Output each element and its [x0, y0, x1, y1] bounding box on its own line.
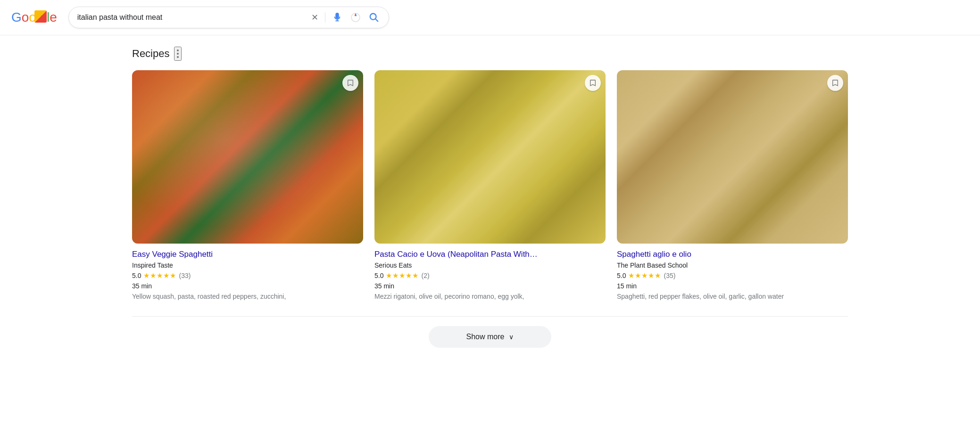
- main-content: Recipes Easy Veggie Spaghetti Inspired T…: [0, 35, 980, 374]
- header: G o o l e ✕: [0, 0, 980, 35]
- svg-point-3: [354, 16, 357, 19]
- recipe-time: 15 min: [617, 282, 848, 290]
- recipe-card[interactable]: Easy Veggie Spaghetti Inspired Taste 5.0…: [132, 70, 363, 301]
- recipe-source: The Plant Based School: [617, 261, 848, 269]
- section-divider: [132, 316, 848, 317]
- recipe-time: 35 min: [374, 282, 606, 290]
- recipe-source: Inspired Taste: [132, 261, 363, 269]
- logo-waffle-icon: [34, 10, 47, 23]
- save-recipe-button[interactable]: [342, 75, 358, 91]
- recipe-ingredients: Mezzi rigatoni, olive oil, pecorino roma…: [374, 292, 606, 302]
- voice-search-button[interactable]: [331, 11, 343, 24]
- recipes-header: Recipes: [132, 47, 848, 61]
- recipe-image-wrapper: [132, 70, 363, 244]
- dot-3: [177, 56, 179, 58]
- rating-count: (33): [179, 272, 191, 279]
- rating-count: (2): [421, 272, 429, 279]
- svg-line-5: [375, 19, 378, 21]
- recipes-more-options-button[interactable]: [174, 47, 182, 61]
- logo-letter-o1: o: [22, 10, 29, 25]
- lens-icon: [350, 12, 361, 23]
- show-more-button[interactable]: Show more ∨: [429, 326, 552, 348]
- recipe-image-wrapper: [374, 70, 606, 244]
- recipe-image: [617, 70, 848, 244]
- show-more-label: Show more: [466, 333, 505, 341]
- search-submit-button[interactable]: [368, 11, 380, 24]
- recipe-title[interactable]: Spaghetti aglio e olio: [617, 249, 848, 260]
- search-input[interactable]: [77, 13, 306, 22]
- recipe-title[interactable]: Pasta Cacio e Uova (Neapolitan Pasta Wit…: [374, 249, 606, 260]
- recipe-image: [374, 70, 606, 244]
- recipes-title: Recipes: [132, 48, 169, 60]
- recipe-card[interactable]: Spaghetti aglio e olio The Plant Based S…: [617, 70, 848, 301]
- star-icons: ★★★★★: [628, 271, 661, 280]
- recipe-card[interactable]: Pasta Cacio e Uova (Neapolitan Pasta Wit…: [374, 70, 606, 301]
- recipe-image: [132, 70, 363, 244]
- logo-letter-e: e: [50, 10, 57, 25]
- search-icons: ✕: [310, 11, 380, 24]
- recipe-title[interactable]: Easy Veggie Spaghetti: [132, 249, 363, 260]
- save-recipe-button[interactable]: [827, 75, 843, 91]
- show-more-wrapper: Show more ∨: [132, 326, 848, 348]
- recipe-ingredients: Spaghetti, red pepper flakes, olive oil,…: [617, 292, 848, 302]
- star-icons: ★★★★★: [143, 271, 176, 280]
- rating-number: 5.0: [374, 272, 383, 279]
- search-icon: [369, 12, 379, 23]
- recipe-rating: 5.0 ★★★★★ (2): [374, 271, 606, 280]
- search-bar: ✕: [68, 7, 389, 28]
- recipe-source: Serious Eats: [374, 261, 606, 269]
- lens-search-button[interactable]: [349, 11, 362, 24]
- bookmark-icon: [347, 79, 354, 87]
- recipe-ingredients: Yellow squash, pasta, roasted red pepper…: [132, 292, 363, 302]
- mic-icon: [332, 12, 342, 23]
- chevron-down-icon: ∨: [509, 333, 514, 341]
- clear-icon: ✕: [311, 12, 318, 23]
- recipe-rating: 5.0 ★★★★★ (35): [617, 271, 848, 280]
- rating-count: (35): [664, 272, 675, 279]
- recipe-grid: Easy Veggie Spaghetti Inspired Taste 5.0…: [132, 70, 848, 301]
- dot-2: [177, 53, 179, 55]
- dot-1: [177, 49, 179, 51]
- rating-number: 5.0: [617, 272, 626, 279]
- logo-letter-g: G: [11, 10, 22, 25]
- clear-button[interactable]: ✕: [310, 11, 319, 24]
- bookmark-icon: [831, 79, 839, 87]
- bookmark-icon: [589, 79, 597, 87]
- save-recipe-button[interactable]: [585, 75, 601, 91]
- recipe-image-wrapper: [617, 70, 848, 244]
- search-divider: [325, 12, 325, 23]
- recipe-time: 35 min: [132, 282, 363, 290]
- recipe-rating: 5.0 ★★★★★ (33): [132, 271, 363, 280]
- star-icons: ★★★★★: [386, 271, 419, 280]
- rating-number: 5.0: [132, 272, 141, 279]
- google-logo[interactable]: G o o l e: [11, 10, 57, 25]
